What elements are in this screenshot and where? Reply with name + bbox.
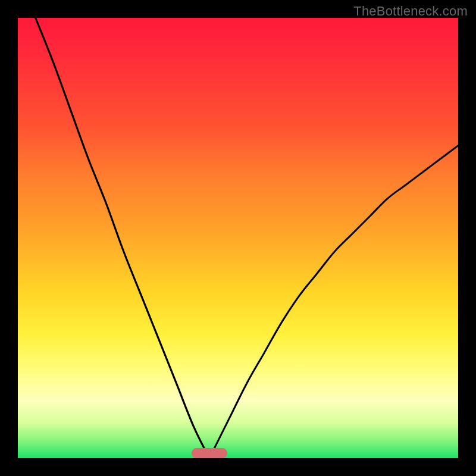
curve-left-branch [36, 18, 209, 458]
bottleneck-curve [18, 18, 458, 458]
optimum-marker [192, 448, 227, 458]
watermark-text: TheBottleneck.com [353, 4, 468, 19]
curve-right-branch [209, 146, 458, 458]
plot-area [18, 18, 458, 458]
chart-frame: TheBottleneck.com [0, 0, 476, 476]
